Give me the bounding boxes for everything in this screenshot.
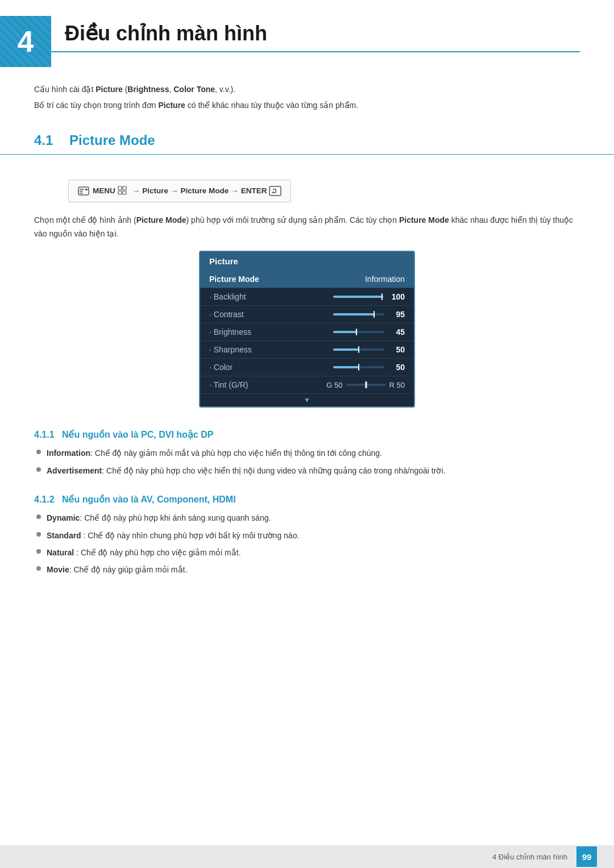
intro-text-2: Bố trí các tùy chọn trong trình đơn Pict… — [34, 99, 580, 111]
svg-rect-2 — [80, 190, 83, 192]
sharpness-track — [333, 348, 384, 351]
path-picture: Picture — [142, 186, 168, 195]
section-411-number: 4.1.1 — [34, 430, 55, 439]
picture-mode-row: Picture Mode Information — [200, 271, 414, 288]
menu-label: MENU — [93, 186, 115, 195]
bullet-dot — [36, 532, 41, 537]
contrast-label: · Contrast — [209, 310, 307, 319]
contrast-value: 95 — [388, 310, 405, 319]
path-arrow-3: → — [231, 186, 239, 195]
tint-label: · Tint (G/R) — [209, 380, 326, 389]
sharpness-value: 50 — [388, 345, 405, 354]
sharpness-thumb — [358, 346, 359, 353]
tint-row: · Tint (G/R) G 50 R 50 — [200, 376, 414, 394]
list-item: Dynamic: Chế độ này phù hợp khi ánh sáng… — [34, 512, 580, 524]
bullet-dot — [36, 566, 41, 571]
menu-path-wrapper: MENU → Picture → Picture Mode → ENTER — [0, 164, 614, 214]
section-41-number: 4.1 — [34, 132, 63, 148]
page-footer: 4 Điều chỉnh màn hình 99 — [0, 845, 614, 868]
color-value: 50 — [388, 363, 405, 372]
item-412-2: Standard : Chế độ này nhìn chung phù hợp… — [47, 529, 580, 542]
item-411-1: Information: Chế độ này giảm mỏi mắt và … — [47, 447, 580, 459]
item-412-3: Natural : Chế độ này phù hợp cho việc gi… — [47, 546, 580, 559]
tint-g-value: G 50 — [326, 381, 342, 389]
svg-rect-9 — [269, 186, 281, 196]
backlight-label: · Backlight — [209, 292, 307, 301]
backlight-fill — [333, 296, 382, 298]
section-41-description: Chọn một chế độ hình ảnh (Picture Mode) … — [0, 214, 614, 241]
chapter-badge: 4 — [0, 16, 51, 67]
item-411-2: Advertisement: Chế độ này phù hợp cho vi… — [47, 464, 580, 477]
backlight-value: 100 — [388, 292, 405, 301]
backlight-track — [333, 296, 384, 298]
svg-rect-5 — [118, 186, 122, 190]
page-number: 99 — [576, 846, 597, 867]
menu-icon — [78, 186, 89, 196]
svg-rect-4 — [85, 189, 88, 190]
menu-path-box: MENU → Picture → Picture Mode → ENTER — [68, 180, 291, 202]
chapter-title-area: Điều chỉnh màn hình — [51, 16, 580, 52]
backlight-slider: 100 — [307, 292, 405, 301]
section-412: 4.1.2 Nếu nguồn vào là AV, Component, HD… — [0, 488, 614, 588]
grid-icon — [118, 186, 128, 196]
section-412-title: Nếu nguồn vào là AV, Component, HDMI — [62, 495, 236, 504]
color-track — [333, 366, 384, 368]
picture-menu-title: Picture — [200, 252, 414, 271]
contrast-slider: 95 — [307, 310, 405, 319]
picture-menu-container: Picture Picture Mode Information · Backl… — [34, 251, 580, 408]
list-item: Advertisement: Chế độ này phù hợp cho vi… — [34, 464, 580, 477]
color-fill — [333, 366, 359, 368]
contrast-track — [333, 313, 384, 315]
bullet-dot — [36, 514, 41, 519]
chapter-number: 4 — [18, 24, 34, 59]
picture-menu: Picture Picture Mode Information · Backl… — [199, 251, 415, 408]
brightness-label: · Brightness — [209, 327, 307, 337]
section-411-list: Information: Chế độ này giảm mỏi mắt và … — [34, 447, 580, 477]
tint-values: G 50 R 50 — [326, 381, 405, 389]
color-row: · Color 50 — [200, 359, 414, 376]
sharpness-row: · Sharpness 50 — [200, 341, 414, 359]
svg-rect-7 — [118, 191, 122, 194]
item-412-1: Dynamic: Chế độ này phù hợp khi ánh sáng… — [47, 512, 580, 524]
chapter-title: Điều chỉnh màn hình — [65, 22, 580, 45]
bullet-dot — [36, 549, 41, 554]
brightness-track — [333, 331, 384, 333]
svg-rect-1 — [80, 189, 84, 190]
svg-rect-3 — [80, 193, 83, 194]
picture-mode-value: Information — [365, 275, 405, 284]
contrast-row: · Contrast 95 — [200, 306, 414, 323]
bullet-dot — [36, 450, 41, 454]
backlight-row: · Backlight 100 — [200, 288, 414, 306]
list-item: Natural : Chế độ này phù hợp cho việc gi… — [34, 546, 580, 559]
section-411-title: Nếu nguồn vào là PC, DVI hoặc DP — [62, 430, 213, 439]
contrast-thumb — [374, 311, 375, 318]
sharpness-fill — [333, 348, 359, 351]
path-arrow-1: → — [132, 186, 140, 195]
color-thumb — [358, 364, 359, 371]
svg-rect-6 — [123, 186, 126, 190]
footer-text: 4 Điều chỉnh màn hình — [492, 853, 567, 861]
path-arrow-2: → — [171, 186, 179, 195]
section-411: 4.1.1 Nếu nguồn vào là PC, DVI hoặc DP I… — [0, 423, 614, 488]
color-label: · Color — [209, 363, 307, 372]
picture-mode-label: Picture Mode — [209, 275, 365, 284]
sharpness-slider: 50 — [307, 345, 405, 354]
scroll-arrow: ▼ — [200, 394, 414, 406]
intro-section: Cấu hình cài đặt Picture (Brightness, Co… — [0, 73, 614, 121]
sharpness-label: · Sharpness — [209, 345, 307, 354]
brightness-value: 45 — [388, 327, 405, 337]
section-412-heading: 4.1.2 Nếu nguồn vào là AV, Component, HD… — [34, 494, 580, 505]
list-item: Movie: Chế độ này giúp giảm mỏi mắt. — [34, 563, 580, 576]
brightness-slider: 45 — [307, 327, 405, 337]
bullet-dot — [36, 467, 41, 472]
brightness-fill — [333, 331, 356, 333]
svg-rect-8 — [123, 191, 126, 194]
enter-icon — [269, 186, 281, 196]
section-412-number: 4.1.2 — [34, 495, 55, 504]
path-picture-mode: Picture Mode — [181, 186, 229, 195]
color-slider: 50 — [307, 363, 405, 372]
contrast-fill — [333, 313, 374, 315]
brightness-row: · Brightness 45 — [200, 323, 414, 341]
section-411-heading: 4.1.1 Nếu nguồn vào là PC, DVI hoặc DP — [34, 429, 580, 440]
brightness-thumb — [356, 329, 357, 335]
